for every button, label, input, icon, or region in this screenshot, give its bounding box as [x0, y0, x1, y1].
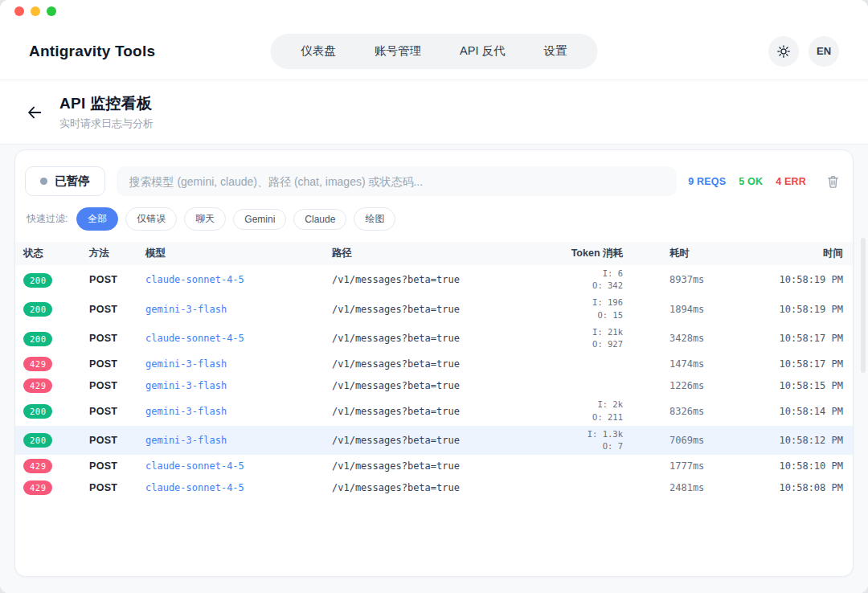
- column-header-1: 方法: [89, 247, 145, 260]
- page-subtitle: 实时请求日志与分析: [59, 117, 154, 131]
- method-cell: POST: [89, 406, 145, 417]
- status-badge: 200: [23, 404, 52, 419]
- table-row[interactable]: 200 POST gemini-3-flash /v1/messages?bet…: [15, 396, 853, 425]
- pause-status-dot: [40, 178, 47, 185]
- tokens-cell: I: 2k O: 211: [491, 399, 628, 423]
- table-row[interactable]: 429 POST claude-sonnet-4-5 /v1/messages?…: [15, 455, 853, 476]
- method-cell: POST: [89, 358, 145, 370]
- status-cell: 429: [23, 356, 89, 371]
- path-cell: /v1/messages?beta=true: [332, 333, 491, 344]
- nav-item-2[interactable]: API 反代: [440, 37, 524, 65]
- tokens-output: O: 342: [491, 280, 623, 292]
- theme-toggle-button[interactable]: [768, 36, 799, 67]
- language-toggle-button[interactable]: EN: [809, 36, 839, 67]
- method-cell: POST: [89, 380, 145, 391]
- status-badge: 200: [23, 302, 52, 317]
- filter-pill-1[interactable]: 仅错误: [125, 207, 177, 231]
- column-header-2: 模型: [145, 247, 332, 260]
- search-input[interactable]: [129, 175, 665, 188]
- model-cell[interactable]: gemini-3-flash: [145, 358, 332, 370]
- time-cell: 10:58:17 PM: [732, 358, 845, 370]
- close-window-button[interactable]: [14, 6, 24, 16]
- table-row[interactable]: 429 POST gemini-3-flash /v1/messages?bet…: [15, 353, 853, 374]
- status-cell: 200: [23, 432, 89, 448]
- table-body: 200 POST claude-sonnet-4-5 /v1/messages?…: [15, 265, 853, 576]
- filter-pill-0[interactable]: 全部: [76, 207, 118, 231]
- path-cell: /v1/messages?beta=true: [332, 406, 491, 417]
- time-cell: 10:58:17 PM: [732, 333, 845, 344]
- column-header-3: 路径: [332, 247, 491, 260]
- filter-pill-3[interactable]: Gemini: [233, 209, 286, 230]
- path-cell: /v1/messages?beta=true: [332, 274, 491, 285]
- model-cell[interactable]: gemini-3-flash: [145, 406, 332, 417]
- time-cell: 10:58:14 PM: [732, 406, 845, 417]
- tokens-cell: I: 196 O: 15: [491, 296, 628, 321]
- duration-cell: 8937ms: [628, 274, 732, 285]
- top-navigation: Antigravity Tools 仪表盘账号管理API 反代设置 EN: [0, 22, 868, 80]
- duration-cell: 7069ms: [628, 435, 732, 446]
- tokens-output: O: 211: [491, 411, 623, 423]
- table-row[interactable]: 200 POST gemini-3-flash /v1/messages?bet…: [15, 426, 853, 455]
- time-cell: 10:58:12 PM: [732, 435, 845, 446]
- column-header-0: 状态: [23, 247, 89, 260]
- table-row[interactable]: 429 POST claude-sonnet-4-5 /v1/messages?…: [15, 476, 853, 498]
- status-cell: 429: [23, 480, 89, 495]
- filter-pill-2[interactable]: 聊天: [184, 207, 226, 231]
- back-button[interactable]: [21, 99, 48, 126]
- model-cell[interactable]: gemini-3-flash: [145, 304, 332, 315]
- tokens-output: O: 15: [491, 309, 623, 321]
- status-badge: 429: [23, 357, 52, 371]
- path-cell: /v1/messages?beta=true: [332, 460, 491, 472]
- trash-icon: [826, 174, 840, 189]
- status-cell: 200: [23, 403, 89, 419]
- column-header-5: 耗时: [628, 247, 732, 260]
- sun-icon: [776, 44, 791, 59]
- pause-button[interactable]: 已暂停: [25, 166, 105, 196]
- model-cell[interactable]: claude-sonnet-4-5: [145, 333, 332, 344]
- status-badge: 200: [23, 433, 52, 448]
- table-row[interactable]: 200 POST gemini-3-flash /v1/messages?bet…: [15, 294, 853, 323]
- top-right-actions: EN: [768, 36, 839, 67]
- table-row[interactable]: 429 POST gemini-3-flash /v1/messages?bet…: [15, 374, 853, 396]
- model-cell[interactable]: gemini-3-flash: [145, 435, 332, 446]
- tokens-input: I: 6: [491, 268, 623, 280]
- stat-2: 4 ERR: [776, 176, 806, 187]
- status-cell: 200: [23, 301, 89, 317]
- duration-cell: 1226ms: [628, 380, 732, 391]
- model-cell[interactable]: claude-sonnet-4-5: [145, 482, 332, 493]
- page-heading-block: API 监控看板 实时请求日志与分析: [59, 93, 154, 131]
- window-scrollbar[interactable]: [861, 238, 866, 373]
- tokens-input: I: 196: [491, 296, 623, 309]
- quick-filters: 快速过滤: 全部仅错误聊天GeminiClaude绘图: [15, 204, 853, 242]
- tokens-input: I: 2k: [491, 399, 623, 411]
- nav-item-1[interactable]: 账号管理: [355, 37, 440, 65]
- search-box: [117, 166, 678, 196]
- method-cell: POST: [89, 460, 145, 472]
- duration-cell: 3428ms: [628, 333, 732, 344]
- filter-pill-5[interactable]: 绘图: [354, 207, 395, 231]
- model-cell[interactable]: gemini-3-flash: [145, 380, 332, 391]
- path-cell: /v1/messages?beta=true: [332, 435, 491, 446]
- time-cell: 10:58:08 PM: [732, 482, 845, 493]
- model-cell[interactable]: claude-sonnet-4-5: [145, 274, 332, 285]
- zoom-window-button[interactable]: [47, 6, 56, 16]
- path-cell: /v1/messages?beta=true: [332, 482, 491, 493]
- clear-logs-button[interactable]: [822, 171, 843, 192]
- nav-item-0[interactable]: 仪表盘: [282, 37, 356, 65]
- status-cell: 200: [23, 331, 89, 346]
- status-cell: 200: [23, 272, 89, 288]
- status-cell: 429: [23, 458, 89, 473]
- table-header-row: 状态方法模型路径Token 消耗耗时时间: [15, 242, 853, 265]
- minimize-window-button[interactable]: [31, 6, 40, 16]
- nav-item-3[interactable]: 设置: [524, 37, 586, 65]
- pause-button-label: 已暂停: [55, 174, 90, 189]
- tokens-cell: I: 21k O: 927: [491, 326, 628, 350]
- table-row[interactable]: 200 POST claude-sonnet-4-5 /v1/messages?…: [15, 265, 853, 294]
- model-cell[interactable]: claude-sonnet-4-5: [145, 460, 332, 472]
- path-cell: /v1/messages?beta=true: [332, 358, 491, 370]
- table-row[interactable]: 200 POST claude-sonnet-4-5 /v1/messages?…: [15, 324, 853, 353]
- method-cell: POST: [89, 482, 145, 493]
- path-cell: /v1/messages?beta=true: [332, 304, 491, 315]
- filter-pill-4[interactable]: Claude: [293, 209, 346, 230]
- column-header-6: 时间: [732, 247, 845, 260]
